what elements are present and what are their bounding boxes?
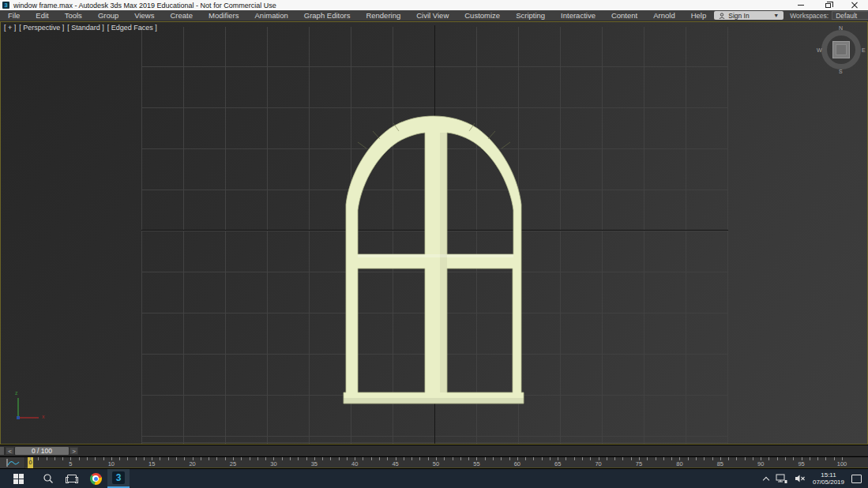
menu-item-arnold[interactable]: Arnold: [645, 10, 682, 21]
menu-item-animation[interactable]: Animation: [247, 10, 296, 21]
viewport-menu-pov[interactable]: [ Perspective ]: [19, 24, 64, 32]
frame-label: 20: [189, 460, 195, 467]
compass-north-label[interactable]: N: [839, 25, 843, 31]
track-bar[interactable]: 0 51015202530354045505560657075808590951…: [0, 457, 868, 468]
frame-label: 100: [837, 460, 847, 467]
search-button[interactable]: [36, 469, 60, 488]
frame-label: 40: [351, 460, 358, 467]
close-icon: [851, 2, 858, 9]
menu-item-create[interactable]: Create: [162, 10, 201, 21]
task-view-icon: [67, 475, 77, 482]
action-center-icon[interactable]: [851, 475, 862, 483]
time-slider-splitter[interactable]: [0, 447, 4, 455]
menu-bar: FileEditToolsGroupViewsCreateModifiersAn…: [0, 10, 868, 21]
windows-taskbar: 3 15:11 07/05/2019: [0, 469, 868, 488]
menu-item-content[interactable]: Content: [603, 10, 645, 21]
frame-label: 90: [757, 460, 764, 467]
menu-list: FileEditToolsGroupViewsCreateModifiersAn…: [0, 10, 714, 21]
window-frame-geometry: [344, 116, 524, 404]
time-slider[interactable]: < 0 / 100 >: [0, 445, 868, 456]
clock-date: 07/05/2019: [813, 479, 844, 486]
world-axis-tripod: z x: [9, 392, 56, 428]
viewport-menu-general[interactable]: [ + ]: [4, 24, 16, 32]
viewport-menu-shading[interactable]: [ Edged Faces ]: [107, 24, 157, 32]
3dsmax-icon: 3: [112, 471, 125, 484]
close-button[interactable]: [841, 0, 868, 10]
next-frame-button[interactable]: >: [70, 447, 78, 455]
x-axis-label: x: [42, 414, 45, 419]
minimize-icon: [798, 5, 804, 6]
frame-label: 30: [270, 460, 276, 467]
menu-item-interactive[interactable]: Interactive: [553, 10, 603, 21]
frame-label: 60: [514, 460, 520, 467]
compass-east-label[interactable]: E: [862, 47, 866, 53]
frame-ruler[interactable]: 0 51015202530354045505560657075808590951…: [26, 457, 868, 468]
title-bar: 3 window frame.max - Autodesk 3ds Max 20…: [0, 0, 868, 10]
user-icon: [719, 13, 725, 19]
tray-expand-icon[interactable]: [763, 476, 769, 482]
compass-west-label[interactable]: W: [817, 47, 822, 53]
view-cube-face[interactable]: [836, 44, 847, 55]
chrome-taskbar-button[interactable]: [84, 469, 107, 488]
menu-item-edit[interactable]: Edit: [28, 10, 56, 21]
menu-item-group[interactable]: Group: [90, 10, 126, 21]
menu-item-rendering[interactable]: Rendering: [358, 10, 408, 21]
viewport-menu-render-setting[interactable]: [ Standard ]: [67, 24, 104, 32]
frame-label: 50: [433, 460, 439, 467]
menu-item-tools[interactable]: Tools: [57, 10, 90, 21]
perspective-viewport[interactable]: [ + ] [ Perspective ] [ Standard ] [ Edg…: [0, 21, 868, 445]
taskbar-clock[interactable]: 15:11 07/05/2019: [813, 471, 844, 486]
frame-label: 10: [108, 460, 115, 467]
previous-frame-button[interactable]: <: [6, 447, 14, 455]
frame-label: 95: [798, 460, 804, 467]
network-icon[interactable]: [776, 474, 787, 484]
frame-label: 65: [554, 460, 561, 467]
restore-icon: [825, 3, 831, 8]
minimize-button[interactable]: [787, 0, 814, 10]
axis-tripod-icon: [9, 392, 56, 428]
sign-in-button[interactable]: Sign In ▼: [714, 11, 783, 20]
frame-label: 55: [473, 460, 479, 467]
clock-time: 15:11: [813, 471, 844, 479]
frame-label: 80: [676, 460, 682, 467]
frame-label: 70: [595, 460, 601, 467]
search-icon: [43, 473, 54, 484]
3dsmax-taskbar-button[interactable]: 3: [107, 469, 130, 488]
frame-label: 15: [148, 460, 155, 467]
window-frame-model[interactable]: [1, 22, 868, 445]
frame-label: 5: [69, 460, 72, 467]
restore-button[interactable]: [814, 0, 841, 10]
mini-curve-editor-button[interactable]: [0, 457, 25, 468]
time-slider-handle[interactable]: 0 / 100: [15, 447, 69, 455]
task-view-button[interactable]: [60, 469, 84, 488]
viewport-label: [ + ] [ Perspective ] [ Standard ] [ Edg…: [4, 24, 157, 32]
menu-item-civil-view[interactable]: Civil View: [408, 10, 457, 21]
compass-south-label[interactable]: S: [839, 69, 843, 74]
frame-label: 45: [392, 460, 398, 467]
frame-label: 25: [230, 460, 236, 467]
workspaces-group: Workspaces: Default ▼: [790, 11, 868, 20]
app-logo-icon: 3: [2, 2, 9, 9]
menu-item-modifiers[interactable]: Modifiers: [201, 10, 247, 21]
window-title: window frame.max - Autodesk 3ds Max 2019…: [13, 2, 276, 9]
z-axis-label: z: [15, 390, 18, 396]
volume-muted-icon[interactable]: [795, 474, 806, 483]
sign-in-label: Sign In: [728, 12, 749, 20]
frame-label: 85: [717, 460, 723, 467]
menu-item-help[interactable]: Help: [683, 10, 715, 21]
view-cube-box[interactable]: [832, 41, 850, 58]
menu-item-file[interactable]: File: [0, 10, 28, 21]
windows-logo-icon: [13, 474, 24, 484]
menu-item-scripting[interactable]: Scripting: [508, 10, 553, 21]
menu-item-customize[interactable]: Customize: [457, 10, 508, 21]
chevron-down-icon: ▼: [773, 13, 779, 18]
curve-icon: [6, 459, 20, 467]
window-controls: [787, 0, 868, 10]
start-button[interactable]: [0, 469, 36, 488]
system-tray: 15:11 07/05/2019: [764, 471, 868, 486]
workspace-dropdown[interactable]: Default ▼: [832, 11, 868, 20]
view-cube[interactable]: N S E W: [817, 25, 866, 74]
workspace-value: Default: [836, 12, 857, 20]
menu-item-views[interactable]: Views: [126, 10, 162, 21]
menu-item-graph-editors[interactable]: Graph Editors: [296, 10, 359, 21]
